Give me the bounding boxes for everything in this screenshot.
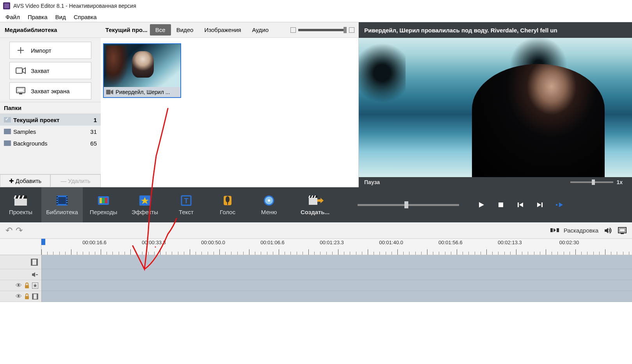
thumbnail-zoom-slider[interactable] xyxy=(298,29,347,31)
filmstrip-icon xyxy=(55,195,69,206)
menu-edit[interactable]: Правка xyxy=(24,13,52,21)
tool-transitions[interactable]: Переходы xyxy=(83,187,124,222)
tool-label: Текст xyxy=(179,209,194,215)
svg-rect-45 xyxy=(620,229,625,232)
svg-rect-55 xyxy=(32,294,34,299)
video-track[interactable] xyxy=(42,255,632,269)
svg-rect-29 xyxy=(227,202,228,205)
disc-icon xyxy=(262,195,276,206)
monitor-icon xyxy=(15,87,26,95)
prev-button[interactable] xyxy=(516,201,525,209)
svg-rect-42 xyxy=(550,228,553,232)
remove-label: Удалить xyxy=(68,178,90,184)
text-icon: T xyxy=(179,195,193,206)
import-button[interactable]: Импорт xyxy=(9,42,91,59)
folder-icon xyxy=(4,129,11,134)
tool-library[interactable]: Библиотека xyxy=(41,187,83,222)
timeline-tools: ↶ ↷ Раскадровка xyxy=(0,222,632,239)
speaker-icon xyxy=(31,272,38,278)
folder-count: 31 xyxy=(90,128,97,135)
lock-icon xyxy=(24,293,30,300)
svg-rect-2 xyxy=(18,89,24,92)
folder-count: 65 xyxy=(90,140,97,147)
audio-track[interactable] xyxy=(42,269,632,280)
fullscreen-icon[interactable] xyxy=(618,227,627,234)
add-folder-button[interactable]: ✚Добавить xyxy=(0,174,50,187)
clapper-icon xyxy=(14,195,28,206)
tool-projects[interactable]: Проекты xyxy=(0,187,41,222)
playback-controls xyxy=(340,187,632,222)
tool-label: Проекты xyxy=(9,209,32,215)
media-clip[interactable]: Ривердейл, Шерил ... xyxy=(103,43,181,98)
menu-help[interactable]: Справка xyxy=(70,13,101,21)
tool-effects[interactable]: Эффекты xyxy=(124,187,166,222)
preview-status-bar: Пауза 1x xyxy=(359,177,632,187)
menu-bar: Файл Правка Вид Справка xyxy=(0,12,632,22)
preview-title: Ривердейл, Шерил провалилась под воду. R… xyxy=(359,22,632,38)
folder-count: 1 xyxy=(94,117,97,123)
tool-voice[interactable]: Голос xyxy=(207,187,248,222)
thumb-large-checkbox[interactable] xyxy=(349,27,354,33)
preview-video[interactable] xyxy=(359,38,632,177)
storyboard-button[interactable]: Раскадровка xyxy=(564,227,598,234)
screen-capture-button[interactable]: Захват экрана xyxy=(9,82,91,99)
filter-video[interactable]: Видео xyxy=(171,24,199,36)
svg-rect-51 xyxy=(25,285,29,288)
media-body[interactable]: Ривердейл, Шерил ... xyxy=(101,38,358,187)
filter-all[interactable]: Все xyxy=(150,24,171,36)
filter-audio[interactable]: Аудио xyxy=(247,24,274,36)
undo-button[interactable]: ↶ xyxy=(5,226,12,236)
folders-heading: Папки xyxy=(0,102,101,114)
redo-button[interactable]: ↷ xyxy=(16,226,23,236)
track-head-text[interactable]: 👁 xyxy=(0,291,41,302)
tool-label: Голос xyxy=(220,209,235,215)
import-label: Импорт xyxy=(31,47,51,54)
track-head-audio[interactable] xyxy=(0,269,41,280)
eye-icon: 👁 xyxy=(16,282,22,289)
menu-view[interactable]: Вид xyxy=(52,13,70,21)
speed-value: 1x xyxy=(616,179,623,185)
tool-menu[interactable]: Меню xyxy=(248,187,290,222)
filter-images[interactable]: Изображения xyxy=(199,24,246,36)
star-icon xyxy=(138,195,152,206)
svg-rect-4 xyxy=(106,90,110,94)
play-button[interactable] xyxy=(477,201,486,209)
preview-state: Пауза xyxy=(364,179,380,185)
ruler-time-label: 00:00:50.0 xyxy=(201,240,225,245)
ruler-time-label: 00:01:06.6 xyxy=(260,240,284,245)
thumb-small-checkbox[interactable] xyxy=(290,27,296,33)
marker-button[interactable] xyxy=(555,201,564,209)
svg-rect-15 xyxy=(57,203,58,204)
stop-button[interactable] xyxy=(497,201,505,209)
minus-icon: — xyxy=(61,178,66,184)
timeline-ruler[interactable]: 00:00:16.600:00:33.300:00:50.000:01:06.6… xyxy=(0,239,632,255)
ruler-time-label: 00:00:33.3 xyxy=(142,240,166,245)
remove-folder-button[interactable]: —Удалить xyxy=(50,174,101,187)
volume-icon[interactable] xyxy=(604,227,612,234)
tool-produce[interactable]: Создать... xyxy=(290,187,340,222)
screen-capture-label: Захват экрана xyxy=(31,88,69,94)
window-title: AVS Video Editor 8.1 - Неактивированная … xyxy=(13,3,136,9)
capture-button[interactable]: Захват xyxy=(9,62,91,79)
tool-label: Эффекты xyxy=(132,209,158,215)
ruler-time-label: 00:01:40.0 xyxy=(379,240,403,245)
folder-current-project[interactable]: Текущий проект 1 xyxy=(0,114,101,126)
tool-text[interactable]: T Текст xyxy=(166,187,207,222)
media-toolbar: Текущий про... Все Видео Изображения Ауд… xyxy=(101,22,358,38)
playback-position-slider[interactable] xyxy=(358,204,459,206)
folder-list: Текущий проект 1 Samples 31 Backgrounds … xyxy=(0,114,101,174)
track-head-effects[interactable]: 👁 xyxy=(0,280,41,291)
tool-label: Библиотека xyxy=(46,209,78,215)
text-track[interactable] xyxy=(42,291,632,302)
timeline-tracks: 👁 👁 xyxy=(0,255,632,302)
menu-file[interactable]: Файл xyxy=(2,13,24,21)
folder-backgrounds[interactable]: Backgrounds 65 xyxy=(0,137,101,149)
track-head-video[interactable] xyxy=(0,255,41,269)
speed-slider[interactable] xyxy=(570,181,613,183)
ruler-time-label: 00:01:23.3 xyxy=(320,240,344,245)
effects-track[interactable] xyxy=(42,280,632,291)
folder-samples[interactable]: Samples 31 xyxy=(0,126,101,137)
svg-rect-13 xyxy=(57,199,58,200)
next-button[interactable] xyxy=(536,201,544,209)
plus-icon xyxy=(15,46,26,55)
